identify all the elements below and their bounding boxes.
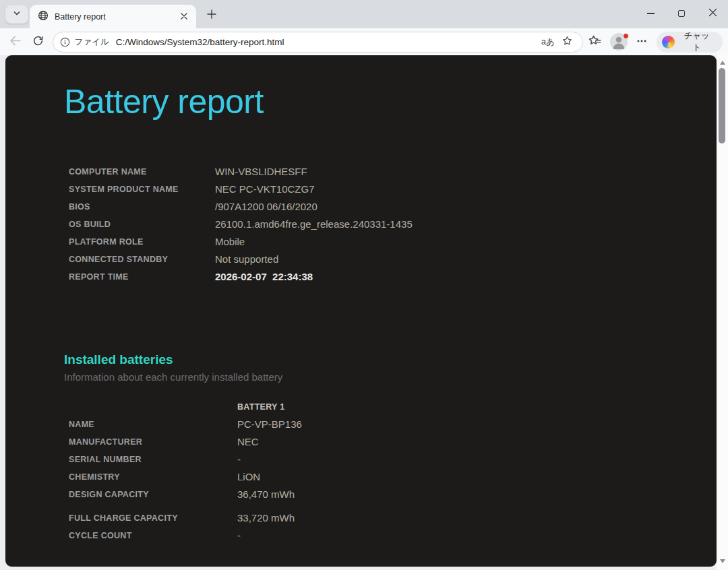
table-row: PLATFORM ROLEMobile: [69, 233, 413, 251]
ellipsis-icon: [636, 36, 647, 49]
row-label: SERIAL NUMBER: [69, 451, 237, 468]
table-header-row: BATTERY 1: [69, 398, 302, 416]
browser-toolbar: ファイル C:/Windows/System32/battery-report.…: [0, 28, 728, 55]
content-viewport: Battery report COMPUTER NAMEWIN-VBSLIDHE…: [0, 55, 728, 570]
table-row: MANUFACTURERNEC: [69, 433, 302, 451]
table-row: FULL CHARGE CAPACITY33,720 mWh: [69, 509, 302, 527]
browser-window: Battery report: [0, 0, 728, 570]
plus-icon: [206, 9, 217, 22]
row-value: WIN-VBSLIDHESFF: [215, 163, 307, 181]
installed-batteries-section: Installed batteries Information about ea…: [64, 352, 282, 383]
tab-close-button[interactable]: [177, 10, 191, 24]
row-label: REPORT TIME: [69, 268, 215, 286]
favorites-star-list-icon: [588, 34, 602, 49]
system-info-table: COMPUTER NAMEWIN-VBSLIDHESFFSYSTEM PRODU…: [69, 163, 413, 286]
back-arrow-icon: [9, 34, 22, 49]
new-tab-button[interactable]: [202, 6, 221, 24]
table-row: COMPUTER NAMEWIN-VBSLIDHESFF: [69, 163, 413, 181]
settings-menu-button[interactable]: [632, 31, 653, 53]
table-row: BIOS/907A1200 06/16/2020: [69, 198, 413, 216]
row-value: LiON: [237, 468, 260, 486]
star-icon: [562, 35, 573, 49]
row-value: Mobile: [215, 233, 245, 251]
maximize-button[interactable]: [666, 0, 697, 27]
row-label: FULL CHARGE CAPACITY: [69, 509, 237, 527]
window-controls: [635, 0, 728, 27]
row-label: COMPUTER NAME: [69, 163, 215, 181]
minimize-button[interactable]: [635, 0, 666, 27]
tab-strip: Battery report: [0, 0, 728, 28]
tab-battery-report[interactable]: Battery report: [30, 5, 196, 28]
row-label: CHEMISTRY: [69, 468, 237, 486]
minimize-icon: [647, 13, 655, 14]
row-label: SYSTEM PRODUCT NAME: [69, 181, 215, 198]
chevron-down-icon: [12, 9, 22, 20]
page-info-icon[interactable]: [60, 37, 70, 47]
file-scheme-label: ファイル: [75, 36, 109, 48]
row-value: PC-VP-BP136: [237, 416, 302, 433]
address-bar[interactable]: ファイル C:/Windows/System32/battery-report.…: [53, 32, 583, 53]
table-row: REPORT TIME2026-02-07 22:34:38: [69, 268, 413, 286]
globe-icon: [38, 10, 49, 24]
table-row: CHEMISTRYLiON: [69, 468, 302, 486]
table-row: DESIGN CAPACITY36,470 mWh: [69, 486, 302, 503]
table-row: SYSTEM PRODUCT NAMENEC PC-VKT10CZG7: [69, 181, 413, 198]
table-row: SERIAL NUMBER-: [69, 451, 302, 468]
row-value: -: [237, 451, 241, 468]
row-label: MANUFACTURER: [69, 433, 237, 451]
row-label: DESIGN CAPACITY: [69, 486, 237, 503]
battery-report-page: Battery report COMPUTER NAMEWIN-VBSLIDHE…: [5, 55, 717, 567]
copilot-chat-button[interactable]: チャット: [657, 32, 723, 53]
notification-dot: [623, 33, 629, 39]
maximize-icon: [678, 10, 685, 17]
row-value: NEC PC-VKT10CZG7: [215, 181, 315, 198]
tab-title: Battery report: [55, 12, 177, 22]
row-value: Not supported: [215, 251, 278, 268]
row-value: /907A1200 06/16/2020: [215, 198, 317, 216]
row-label: PLATFORM ROLE: [69, 233, 215, 251]
copilot-icon: [662, 36, 675, 49]
battery-rows: NAMEPC-VP-BP136MANUFACTURERNECSERIAL NUM…: [69, 416, 302, 544]
close-icon: [181, 11, 187, 22]
row-value: 26100.1.amd64fre.ge_release.240331-1435: [215, 216, 413, 233]
table-row: CYCLE COUNT-: [69, 527, 302, 544]
battery-column-header: BATTERY 1: [237, 398, 285, 416]
triangle-up-icon: [720, 61, 725, 65]
scrollbar[interactable]: [717, 55, 728, 570]
section-heading: Installed batteries: [64, 352, 282, 367]
table-row: OS BUILD26100.1.amd64fre.ge_release.2403…: [69, 216, 413, 233]
refresh-icon: [32, 35, 44, 49]
row-value: 36,470 mWh: [237, 486, 295, 503]
table-row: CONNECTED STANDBYNot supported: [69, 251, 413, 268]
close-icon: [708, 8, 717, 19]
row-value: 2026-02-07 22:34:38: [215, 268, 313, 286]
scroll-down-arrow[interactable]: [717, 557, 728, 566]
row-label: BIOS: [69, 198, 215, 216]
row-value: NEC: [237, 433, 259, 451]
profile-avatar[interactable]: [607, 31, 630, 53]
refresh-button[interactable]: [27, 31, 50, 53]
page-title: Battery report: [64, 82, 264, 121]
add-favorite-button[interactable]: [558, 33, 577, 51]
table-row: NAMEPC-VP-BP136: [69, 416, 302, 433]
address-url[interactable]: C:/Windows/System32/battery-report.html: [116, 37, 284, 47]
back-button[interactable]: [4, 31, 27, 53]
close-window-button[interactable]: [697, 0, 728, 27]
tab-actions-button[interactable]: [5, 5, 28, 24]
section-subheading: Information about each currently install…: [64, 371, 282, 383]
row-label: NAME: [69, 416, 237, 433]
row-value: 33,720 mWh: [237, 509, 295, 527]
row-label: CYCLE COUNT: [69, 527, 237, 544]
row-label: OS BUILD: [69, 216, 215, 233]
row-value: -: [237, 527, 241, 544]
scroll-up-arrow[interactable]: [717, 58, 728, 67]
translate-button[interactable]: aあ: [538, 33, 558, 51]
triangle-down-icon: [720, 559, 725, 563]
scrollbar-thumb[interactable]: [719, 68, 725, 144]
favorites-list-button[interactable]: [584, 31, 606, 53]
row-label: CONNECTED STANDBY: [69, 251, 215, 268]
installed-batteries-table: BATTERY 1 NAMEPC-VP-BP136MANUFACTURERNEC…: [69, 398, 302, 544]
copilot-label: チャット: [679, 30, 714, 53]
